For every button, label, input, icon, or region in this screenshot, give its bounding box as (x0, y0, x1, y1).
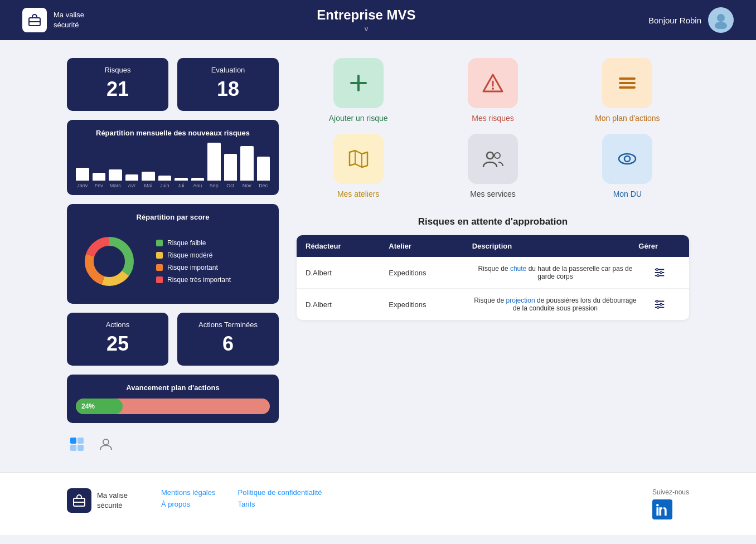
progress-title: Avancement plan d'actions (76, 383, 270, 392)
evaluation-label: Evaluation (188, 66, 268, 74)
quick-item-mon-du[interactable]: Mon DU (566, 134, 689, 198)
bar (175, 178, 188, 181)
donut-content: Risque faibleRisque modéréRisque importa… (76, 228, 270, 295)
cell-redacteur: D.Albert (306, 269, 389, 277)
quick-item-mes-ateliers[interactable]: Mes ateliers (297, 134, 420, 198)
table-body: D.AlbertExpeditionsRisque de chute du ha… (297, 257, 689, 320)
chevron-down-icon[interactable]: v (317, 24, 415, 33)
quick-item-plan-actions[interactable]: Mon plan d'actions (566, 58, 689, 123)
bar-item: Janv (76, 168, 89, 188)
svg-point-3 (715, 22, 727, 29)
bar-label: Dec (259, 183, 268, 188)
linkedin-icon[interactable] (652, 499, 672, 519)
footer-link-col-2: Politique de confidentialité Tarifs (238, 488, 322, 508)
svg-point-32 (660, 303, 662, 305)
svg-point-21 (624, 156, 630, 162)
cell-manage[interactable] (638, 298, 680, 310)
footer-link-col-1: Mentions légales À propos (161, 488, 216, 508)
donut-segment (101, 270, 129, 286)
quick-item-mes-risques[interactable]: Mes risques (431, 58, 554, 123)
bar-label: Fev (95, 183, 103, 188)
bar-label: Mai (144, 183, 152, 188)
bar-item: Nov (240, 146, 254, 188)
cell-description: Risque de chute du haut de la passerelle… (472, 265, 639, 280)
quick-label-mon-du: Mon DU (613, 190, 642, 198)
svg-point-2 (717, 14, 725, 22)
bar (191, 178, 205, 181)
bar-item: Sep (207, 143, 221, 188)
donut-segment (85, 254, 104, 284)
bar-item: Avr (125, 174, 139, 188)
dashboard-icon[interactable] (67, 434, 87, 454)
right-column: Ajouter un risqueMes risquesMon plan d'a… (297, 58, 689, 454)
quick-label-mes-risques: Mes risques (472, 114, 513, 123)
highlight-text: chute (510, 265, 526, 273)
svg-rect-4 (70, 438, 76, 444)
header-user: Bonjour Robin (648, 7, 734, 33)
link-a-propos[interactable]: À propos (161, 500, 216, 508)
progress-bar: 24% (76, 399, 270, 414)
cell-atelier: Expeditions (389, 300, 472, 309)
legend-dot (156, 264, 163, 271)
bar (93, 173, 106, 181)
risques-card: Risques 21 (67, 58, 168, 111)
quick-icon-box-mes-ateliers (333, 134, 384, 184)
quick-item-mes-services[interactable]: Mes services (431, 134, 554, 198)
quick-label-mes-ateliers: Mes ateliers (337, 190, 379, 198)
svg-point-31 (656, 300, 658, 303)
bar-item: Fev (93, 173, 106, 188)
bar (257, 157, 270, 181)
svg-point-27 (657, 275, 659, 277)
bar (207, 143, 221, 181)
header: Ma valise sécurité Entreprise MVS v Bonj… (0, 0, 756, 40)
progress-label: 24% (81, 402, 95, 410)
svg-point-20 (619, 154, 636, 164)
link-politique-confidentialite[interactable]: Politique de confidentialité (238, 488, 322, 497)
bar-item: Oct (224, 154, 238, 188)
svg-rect-13 (619, 77, 636, 80)
bar-item: Mars (109, 169, 122, 188)
quick-icon-box-plan-actions (602, 58, 652, 108)
quick-icon-box-mes-services (468, 134, 518, 184)
actions-card: Actions 25 (67, 313, 168, 366)
quick-label-mes-services: Mes services (470, 190, 516, 198)
bar (142, 172, 155, 181)
stats-row-bottom: Actions 25 Actions Terminées 6 (67, 313, 279, 366)
svg-rect-15 (619, 86, 636, 89)
cell-manage[interactable] (638, 266, 680, 279)
donut-segment (109, 237, 134, 276)
manage-icon (653, 266, 666, 279)
user-icon[interactable] (96, 434, 116, 454)
link-tarifs[interactable]: Tarifs (238, 500, 322, 508)
quick-item-add-risk[interactable]: Ajouter un risque (297, 58, 420, 123)
bar-label: Avr (128, 183, 135, 188)
svg-rect-6 (70, 445, 76, 451)
col-atelier: Atelier (389, 242, 472, 250)
avatar[interactable] (708, 7, 734, 33)
header-logo: Ma valise sécurité (22, 8, 84, 32)
cell-description: Risque de projection de poussières lors … (472, 297, 639, 312)
svg-point-25 (656, 269, 658, 271)
bar-item: Mai (142, 172, 155, 188)
footer: Ma valise sécurité Mentions légales À pr… (0, 472, 756, 535)
monthly-chart-card: Répartition mensuelle des nouveaux risqu… (67, 120, 279, 195)
left-column: Risques 21 Evaluation 18 Répartition men… (67, 58, 279, 454)
progress-card: Avancement plan d'actions 24% (67, 375, 279, 423)
svg-rect-5 (77, 438, 84, 444)
bar-label: Mars (110, 183, 121, 188)
svg-point-26 (660, 271, 662, 274)
legend-item: Risque modéré (156, 251, 231, 259)
bottom-icons (67, 434, 279, 454)
col-gerer: Gérer (638, 242, 680, 250)
svg-point-12 (492, 88, 494, 90)
cell-redacteur: D.Albert (306, 300, 389, 309)
actions-terminees-card: Actions Terminées 6 (177, 313, 279, 366)
legend-label: Risque modéré (167, 251, 212, 259)
bar (125, 174, 139, 181)
greeting-text: Bonjour Robin (648, 16, 701, 25)
bar-item: Juin (158, 176, 172, 188)
table-row: D.AlbertExpeditionsRisque de chute du ha… (297, 257, 689, 289)
link-mentions-legales[interactable]: Mentions légales (161, 488, 216, 497)
bar (76, 168, 89, 181)
col-description: Description (472, 242, 639, 250)
